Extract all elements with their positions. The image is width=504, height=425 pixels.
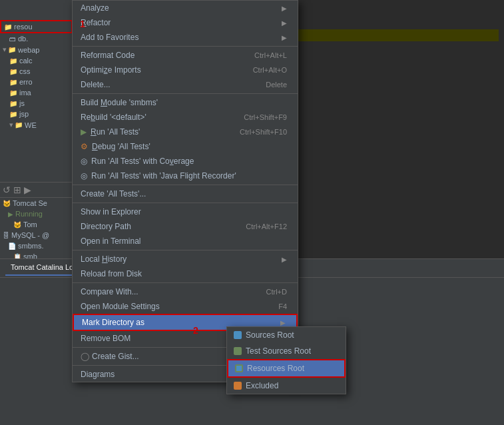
menu-item-run-coverage[interactable]: ◎ Run 'All Tests' with Coverage: [73, 154, 298, 169]
menu-separator: [73, 93, 298, 94]
file-tree-item-erro[interactable]: 📁 erro: [0, 77, 73, 87]
server-label: smbms.: [18, 242, 44, 250]
menu-item-label: Reformat Code: [81, 51, 134, 60]
server-label: MySQL - @: [11, 231, 49, 239]
menu-item-label: Create 'All Tests'...: [81, 189, 146, 199]
menu-item-create-tests[interactable]: Create 'All Tests'...: [73, 187, 298, 201]
menu-shortcut: Ctrl+Alt+F12: [246, 222, 287, 230]
submenu-item-test-sources-root[interactable]: Test Sources Root: [227, 343, 346, 359]
file-tree-label: calc: [19, 57, 33, 65]
server-item-mysql[interactable]: 🗄 MySQL - @: [0, 230, 73, 240]
menu-item-label: Build Module 'smbms': [81, 98, 158, 107]
submenu-item-sources-root[interactable]: Sources Root: [227, 327, 346, 343]
file-tree-item-ima[interactable]: 📁 ima: [0, 87, 73, 98]
server-item-smbms[interactable]: 📄 smbms.: [0, 240, 73, 251]
folder-icon: 📁: [9, 79, 17, 86]
file-tree-item-resou[interactable]: 📁 resou: [0, 20, 73, 33]
submenu-item-label: Excluded: [246, 381, 278, 390]
submenu-arrow-icon: ▶: [282, 256, 287, 263]
server-item-tom[interactable]: 🐱 Tom: [0, 219, 73, 230]
menu-shortcut: F4: [278, 302, 287, 310]
menu-item-label: Rebuild '<default>': [81, 113, 146, 122]
file-tree-item-we[interactable]: ▾ 📁 WE: [0, 119, 73, 131]
submenu-item-label: Test Sources Root: [246, 346, 311, 356]
context-menu: Analyze ▶ Refactor ▶ Add to Favorites ▶ …: [72, 0, 298, 382]
menu-item-debug-tests[interactable]: ⚙ Debug 'All Tests': [73, 139, 298, 154]
file-tree-label: resou: [14, 23, 33, 31]
menu-item-open-module-settings[interactable]: Open Module Settings F4: [73, 299, 298, 314]
github-icon: ◯: [81, 352, 89, 361]
folder-icon: 📁: [9, 89, 17, 97]
menu-shortcut: Ctrl+Alt+O: [253, 66, 287, 74]
menu-item-label: Open in Terminal: [81, 236, 141, 246]
file-tree-item-calc[interactable]: 📁 calc: [0, 55, 73, 66]
menu-item-label: Add to Favorites: [81, 33, 138, 42]
server-item-running[interactable]: ▶ Running: [0, 209, 73, 219]
menu-item-run-tests[interactable]: ▶ Run 'All Tests' Ctrl+Shift+F10: [73, 125, 298, 139]
menu-item-label: Optimize Imports: [81, 65, 141, 75]
db-icon: 🗃: [9, 35, 16, 43]
menu-item-label: Run 'All Tests': [91, 127, 140, 137]
menu-item-show-explorer[interactable]: Show in Explorer: [73, 205, 298, 219]
menu-item-open-terminal[interactable]: Open in Terminal: [73, 234, 298, 248]
file-tree-item-js[interactable]: 📁 js: [0, 98, 73, 109]
file-tree-label: webap: [18, 46, 39, 54]
menu-item-label: Open Module Settings: [81, 302, 160, 311]
menu-item-label: Delete...: [81, 80, 111, 89]
menu-separator: [73, 250, 298, 250]
menu-item-label: Run 'All Tests' with Coverage: [91, 157, 194, 166]
menu-item-optimize-imports[interactable]: Optimize Imports Ctrl+Alt+O: [73, 63, 298, 77]
menu-shortcut: Ctrl+Alt+L: [254, 51, 287, 59]
menu-item-refactor[interactable]: Refactor ▶: [73, 15, 298, 30]
menu-item-label: Debug 'All Tests': [92, 142, 150, 151]
submenu-arrow-icon: ▶: [282, 34, 287, 41]
menu-item-label: Directory Path: [81, 222, 131, 231]
menu-separator: [73, 203, 298, 203]
folder-icon: 📁: [9, 57, 17, 65]
file-tree-item-css[interactable]: 📁 css: [0, 66, 73, 77]
menu-item-delete[interactable]: Delete... Delete: [73, 77, 298, 92]
file-tree-label: css: [19, 67, 31, 75]
file-tree-label: db.: [18, 35, 28, 43]
menu-item-rebuild[interactable]: Rebuild '<default>' Ctrl+Shift+F9: [73, 110, 298, 125]
file-tree-item-db[interactable]: 🗃 db.: [0, 33, 73, 44]
file-tree-item-jsp[interactable]: 📁 jsp: [0, 109, 73, 119]
menu-shortcut: Ctrl+Shift+F9: [244, 113, 287, 121]
menu-item-local-history[interactable]: Local History ▶: [73, 252, 298, 266]
server-status: Running: [15, 210, 43, 218]
folder-icon: 📁: [15, 121, 23, 129]
coverage-icon: ◎: [81, 157, 87, 166]
menu-item-build-module[interactable]: Build Module 'smbms': [73, 95, 298, 110]
folder-icon: 📁: [9, 68, 17, 75]
menu-item-directory-path[interactable]: Directory Path Ctrl+Alt+F12: [73, 219, 298, 234]
menu-item-run-flight[interactable]: ◎ Run 'All Tests' with 'Java Flight Reco…: [73, 169, 298, 183]
menu-item-label: Local History: [81, 254, 126, 264]
menu-item-analyze[interactable]: Analyze ▶: [73, 1, 298, 15]
menu-item-label: Reload from Disk: [81, 269, 142, 278]
submenu-item-excluded[interactable]: Excluded: [227, 378, 346, 394]
menu-separator: [73, 185, 298, 185]
menu-item-label: Compare With...: [81, 287, 138, 296]
menu-item-add-favorites[interactable]: Add to Favorites ▶: [73, 30, 298, 45]
flight-icon: ◎: [81, 171, 87, 181]
menu-item-label: Refactor: [81, 18, 111, 27]
menu-item-reload-disk[interactable]: Reload from Disk: [73, 266, 298, 281]
submenu-item-resources-root[interactable]: Resources Root: [227, 359, 346, 378]
file-tree-item-webapp[interactable]: ▾ 📁 webap: [0, 44, 73, 55]
menu-shortcut: Ctrl+Shift+F10: [240, 128, 287, 136]
server-label: Tom: [23, 220, 37, 228]
menu-item-label: Run 'All Tests' with 'Java Flight Record…: [91, 171, 236, 181]
folder-icon: 📁: [9, 111, 17, 118]
file-tree-label: js: [19, 99, 25, 107]
file-tree-label: WE: [25, 121, 37, 129]
menu-item-label: Diagrams: [81, 370, 115, 379]
file-tree-label: ima: [19, 89, 31, 97]
menu-item-label: Analyze: [81, 3, 109, 13]
menu-item-compare-with[interactable]: Compare With... Ctrl+D: [73, 284, 298, 299]
server-item-tomcat[interactable]: 🐱 Tomcat Se: [0, 198, 73, 209]
folder-icon: 📁: [9, 100, 17, 107]
file-tree-label: jsp: [19, 110, 29, 118]
folder-icon: 📁: [4, 23, 12, 31]
menu-item-reformat[interactable]: Reformat Code Ctrl+Alt+L: [73, 48, 298, 63]
run-icon: ▶: [81, 127, 87, 137]
